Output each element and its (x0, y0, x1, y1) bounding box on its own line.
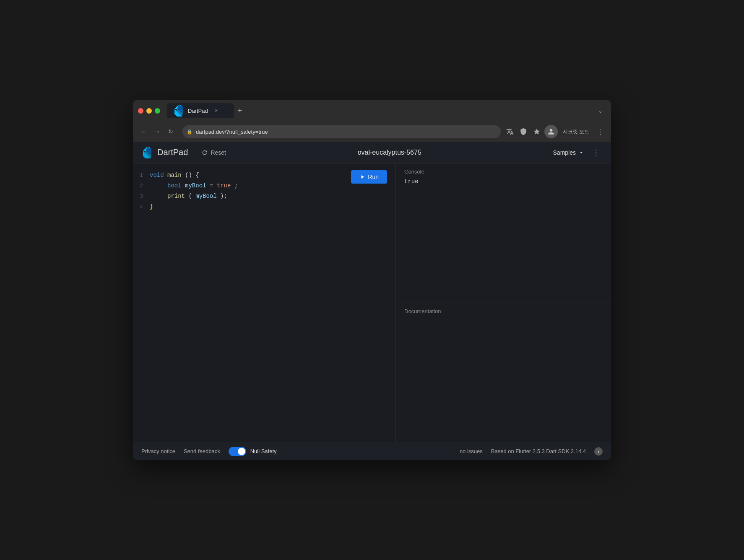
token-eq: = (210, 182, 217, 189)
run-label: Run (368, 174, 379, 180)
null-safety-toggle: Null Safety (229, 447, 277, 456)
token-indent-3 (150, 193, 164, 200)
line-num-2: 2 (133, 181, 150, 191)
browser-tab[interactable]: DartPad × (167, 103, 234, 118)
nav-buttons: ← → ↻ (138, 126, 177, 137)
reset-button[interactable]: Reset (196, 147, 231, 158)
tab-title: DartPad (188, 108, 208, 114)
token-close-3: ); (220, 193, 227, 200)
token-paren-3: ( (188, 193, 192, 200)
close-traffic-light[interactable] (138, 108, 143, 114)
maximize-traffic-light[interactable] (155, 108, 160, 114)
project-name: oval-eucalyptus-5675 (231, 149, 548, 156)
address-wrap: 🔒 (182, 125, 501, 138)
token-print: print (167, 193, 185, 200)
toolbar-icons: 시크릿 모드 ⋮ (504, 125, 606, 138)
translate-icon[interactable] (504, 126, 516, 137)
console-output: true (396, 178, 611, 303)
token-paren-open: () { (185, 172, 199, 179)
token-mybool: myBool (185, 182, 206, 189)
browser-window: DartPad × + ⌄ ← → ↻ 🔒 (133, 100, 611, 460)
dartpad-app-title: DartPad (157, 148, 188, 157)
console-panel: Console true (396, 163, 611, 303)
dartpad-logo: DartPad (141, 147, 188, 158)
tab-close-button[interactable]: × (213, 107, 220, 114)
star-icon[interactable] (531, 126, 543, 137)
reset-label: Reset (211, 149, 226, 156)
samples-button[interactable]: Samples (548, 147, 589, 158)
forward-button[interactable]: → (151, 126, 163, 137)
new-tab-button[interactable]: + (234, 105, 246, 117)
console-label: Console (396, 163, 611, 178)
tab-expand-button[interactable]: ⌄ (594, 105, 606, 117)
shield-icon[interactable] (518, 126, 529, 137)
console-output-text: true (404, 178, 419, 185)
tab-favicon (173, 105, 185, 117)
secret-mode-button[interactable]: 시크릿 모드 (559, 127, 593, 137)
traffic-lights (138, 108, 160, 114)
flutter-info-text: Based on Flutter 2.5.3 Dart SDK 2.14.4 (491, 448, 586, 454)
tab-bar: DartPad × + (167, 103, 591, 118)
token-close-brace: } (150, 203, 153, 210)
dartpad-footer: Privacy notice Send feedback Null Safety… (133, 442, 611, 460)
dartpad-header: DartPad Reset oval-eucalyptus-5675 Sampl… (133, 142, 611, 163)
token-indent-2 (150, 182, 164, 189)
chevron-down-icon (578, 150, 584, 156)
info-icon[interactable]: i (594, 447, 603, 456)
more-menu-button[interactable]: ⋮ (594, 126, 606, 137)
play-icon (359, 174, 365, 180)
toggle-slider (229, 447, 246, 456)
dartpad-logo-icon (141, 147, 153, 158)
minimize-traffic-light[interactable] (146, 108, 152, 114)
code-editor[interactable]: Run 1 void main () { (133, 163, 396, 442)
address-input[interactable] (182, 125, 501, 138)
incognito-avatar (544, 125, 558, 138)
token-bool: bool (167, 182, 182, 189)
null-safety-switch[interactable] (229, 447, 246, 456)
code-line-4: 4 } (133, 202, 395, 212)
token-void: void (150, 172, 164, 179)
token-mybool-3: myBool (195, 193, 216, 200)
privacy-notice-link[interactable]: Privacy notice (141, 448, 175, 454)
no-issues-badge: no issues (460, 448, 483, 454)
reset-icon (201, 149, 208, 156)
header-more-button[interactable]: ⋮ (589, 146, 603, 159)
code-line-3: 3 print ( myBool ); (133, 191, 395, 202)
send-feedback-link[interactable]: Send feedback (184, 448, 220, 454)
lock-icon: 🔒 (187, 129, 193, 135)
doc-panel: Documentation (396, 303, 611, 442)
dartpad-app: DartPad Reset oval-eucalyptus-5675 Sampl… (133, 142, 611, 460)
doc-label: Documentation (396, 303, 611, 318)
line-num-4: 4 (133, 202, 150, 212)
token-main: main (167, 172, 182, 179)
samples-label: Samples (553, 149, 576, 156)
right-panel: Console true Documentation (396, 163, 611, 442)
token-semi-2: ; (234, 182, 238, 189)
line-content-4: } (150, 202, 395, 212)
line-num-1: 1 (133, 171, 150, 181)
line-num-3: 3 (133, 192, 150, 202)
run-button-wrap: Run (351, 170, 387, 184)
reload-button[interactable]: ↻ (165, 126, 177, 137)
line-content-3: print ( myBool ); (150, 191, 395, 201)
address-bar: ← → ↻ 🔒 (133, 122, 611, 142)
dartpad-content: Run 1 void main () { (133, 163, 611, 442)
title-bar: DartPad × + ⌄ (133, 100, 611, 122)
token-true: true (217, 182, 231, 189)
back-button[interactable]: ← (138, 126, 150, 137)
null-safety-label: Null Safety (250, 448, 277, 454)
run-button[interactable]: Run (351, 170, 387, 184)
